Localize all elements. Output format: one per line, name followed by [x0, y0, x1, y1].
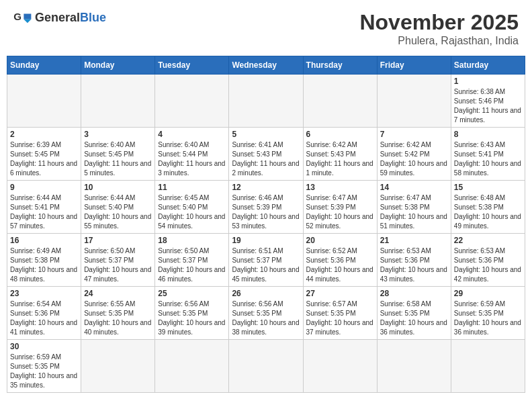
calendar-cell: 17Sunrise: 6:50 AM Sunset: 5:37 PM Dayli… — [81, 234, 155, 287]
day-number: 25 — [158, 289, 226, 298]
week-row-6: 30Sunrise: 6:59 AM Sunset: 5:35 PM Dayli… — [7, 340, 525, 393]
day-info: Sunrise: 6:43 AM Sunset: 5:41 PM Dayligh… — [454, 140, 522, 178]
weekday-header-thursday: Thursday — [303, 56, 377, 75]
calendar-cell — [7, 75, 81, 128]
day-number: 24 — [84, 289, 152, 298]
calendar-cell: 27Sunrise: 6:57 AM Sunset: 5:35 PM Dayli… — [303, 287, 377, 340]
day-number: 28 — [380, 289, 448, 298]
calendar-cell: 9Sunrise: 6:44 AM Sunset: 5:41 PM Daylig… — [7, 181, 81, 234]
calendar-cell: 25Sunrise: 6:56 AM Sunset: 5:35 PM Dayli… — [155, 287, 229, 340]
day-info: Sunrise: 6:39 AM Sunset: 5:45 PM Dayligh… — [10, 140, 78, 178]
calendar-cell: 30Sunrise: 6:59 AM Sunset: 5:35 PM Dayli… — [7, 340, 81, 393]
day-number: 13 — [306, 183, 374, 192]
calendar-cell — [81, 340, 155, 393]
logo: G GeneralBlue — [13, 10, 106, 25]
day-info: Sunrise: 6:58 AM Sunset: 5:35 PM Dayligh… — [380, 300, 448, 337]
day-number: 27 — [306, 289, 374, 298]
logo-text: GeneralBlue — [35, 11, 106, 25]
day-info: Sunrise: 6:40 AM Sunset: 5:44 PM Dayligh… — [158, 140, 226, 178]
calendar-cell: 11Sunrise: 6:45 AM Sunset: 5:40 PM Dayli… — [155, 181, 229, 234]
calendar-cell: 16Sunrise: 6:49 AM Sunset: 5:38 PM Dayli… — [7, 234, 81, 287]
week-row-4: 16Sunrise: 6:49 AM Sunset: 5:38 PM Dayli… — [7, 234, 525, 287]
calendar-cell — [451, 340, 525, 393]
calendar-cell: 12Sunrise: 6:46 AM Sunset: 5:39 PM Dayli… — [229, 181, 303, 234]
day-info: Sunrise: 6:50 AM Sunset: 5:37 PM Dayligh… — [84, 246, 152, 284]
day-number: 9 — [10, 183, 78, 192]
svg-marker-2 — [24, 19, 31, 24]
day-number: 14 — [380, 183, 448, 192]
week-row-5: 23Sunrise: 6:54 AM Sunset: 5:36 PM Dayli… — [7, 287, 525, 340]
calendar-cell: 10Sunrise: 6:44 AM Sunset: 5:40 PM Dayli… — [81, 181, 155, 234]
calendar-cell: 3Sunrise: 6:40 AM Sunset: 5:45 PM Daylig… — [81, 128, 155, 181]
day-info: Sunrise: 6:42 AM Sunset: 5:43 PM Dayligh… — [306, 140, 374, 178]
day-info: Sunrise: 6:50 AM Sunset: 5:37 PM Dayligh… — [158, 246, 226, 284]
day-number: 30 — [10, 342, 78, 351]
weekday-header-row: SundayMondayTuesdayWednesdayThursdayFrid… — [7, 56, 525, 75]
calendar-cell — [155, 340, 229, 393]
calendar-cell: 21Sunrise: 6:53 AM Sunset: 5:36 PM Dayli… — [377, 234, 451, 287]
weekday-header-monday: Monday — [81, 56, 155, 75]
day-number: 22 — [454, 236, 522, 245]
day-info: Sunrise: 6:42 AM Sunset: 5:42 PM Dayligh… — [380, 140, 448, 178]
weekday-header-sunday: Sunday — [7, 56, 81, 75]
day-info: Sunrise: 6:47 AM Sunset: 5:38 PM Dayligh… — [380, 193, 448, 231]
calendar-cell: 1Sunrise: 6:38 AM Sunset: 5:46 PM Daylig… — [451, 75, 525, 128]
calendar-cell: 13Sunrise: 6:47 AM Sunset: 5:39 PM Dayli… — [303, 181, 377, 234]
day-info: Sunrise: 6:53 AM Sunset: 5:36 PM Dayligh… — [454, 246, 522, 284]
day-number: 23 — [10, 289, 78, 298]
calendar-cell: 6Sunrise: 6:42 AM Sunset: 5:43 PM Daylig… — [303, 128, 377, 181]
page-header: G GeneralBlue November 2025 Phulera, Raj… — [7, 7, 525, 50]
calendar-cell — [377, 340, 451, 393]
calendar-cell — [377, 75, 451, 128]
calendar-cell — [81, 75, 155, 128]
day-info: Sunrise: 6:46 AM Sunset: 5:39 PM Dayligh… — [232, 193, 300, 231]
svg-text:G: G — [13, 11, 21, 22]
calendar-cell: 29Sunrise: 6:59 AM Sunset: 5:35 PM Dayli… — [451, 287, 525, 340]
day-number: 19 — [232, 236, 300, 245]
calendar-cell: 28Sunrise: 6:58 AM Sunset: 5:35 PM Dayli… — [377, 287, 451, 340]
day-info: Sunrise: 6:47 AM Sunset: 5:39 PM Dayligh… — [306, 193, 374, 231]
week-row-3: 9Sunrise: 6:44 AM Sunset: 5:41 PM Daylig… — [7, 181, 525, 234]
calendar-cell: 18Sunrise: 6:50 AM Sunset: 5:37 PM Dayli… — [155, 234, 229, 287]
day-number: 29 — [454, 289, 522, 298]
svg-marker-1 — [24, 14, 31, 19]
calendar-cell — [303, 75, 377, 128]
month-year: November 2025 — [359, 10, 519, 35]
day-number: 1 — [454, 77, 522, 86]
calendar-cell: 2Sunrise: 6:39 AM Sunset: 5:45 PM Daylig… — [7, 128, 81, 181]
day-info: Sunrise: 6:56 AM Sunset: 5:35 PM Dayligh… — [158, 300, 226, 337]
calendar-cell — [229, 340, 303, 393]
calendar-cell: 20Sunrise: 6:52 AM Sunset: 5:36 PM Dayli… — [303, 234, 377, 287]
calendar-cell: 5Sunrise: 6:41 AM Sunset: 5:43 PM Daylig… — [229, 128, 303, 181]
day-info: Sunrise: 6:45 AM Sunset: 5:40 PM Dayligh… — [158, 193, 226, 231]
day-info: Sunrise: 6:38 AM Sunset: 5:46 PM Dayligh… — [454, 87, 522, 125]
calendar-cell — [229, 75, 303, 128]
calendar-cell — [303, 340, 377, 393]
day-info: Sunrise: 6:51 AM Sunset: 5:37 PM Dayligh… — [232, 246, 300, 284]
weekday-header-tuesday: Tuesday — [155, 56, 229, 75]
logo-icon: G — [13, 10, 32, 25]
calendar-cell: 4Sunrise: 6:40 AM Sunset: 5:44 PM Daylig… — [155, 128, 229, 181]
title-block: November 2025 Phulera, Rajasthan, India — [359, 10, 519, 47]
day-number: 15 — [454, 183, 522, 192]
day-info: Sunrise: 6:53 AM Sunset: 5:36 PM Dayligh… — [380, 246, 448, 284]
calendar-cell: 15Sunrise: 6:48 AM Sunset: 5:38 PM Dayli… — [451, 181, 525, 234]
location: Phulera, Rajasthan, India — [359, 35, 519, 47]
week-row-2: 2Sunrise: 6:39 AM Sunset: 5:45 PM Daylig… — [7, 128, 525, 181]
day-number: 26 — [232, 289, 300, 298]
weekday-header-wednesday: Wednesday — [229, 56, 303, 75]
week-row-1: 1Sunrise: 6:38 AM Sunset: 5:46 PM Daylig… — [7, 75, 525, 128]
day-number: 4 — [158, 130, 226, 139]
calendar-cell: 23Sunrise: 6:54 AM Sunset: 5:36 PM Dayli… — [7, 287, 81, 340]
day-number: 16 — [10, 236, 78, 245]
day-number: 5 — [232, 130, 300, 139]
calendar-cell: 24Sunrise: 6:55 AM Sunset: 5:35 PM Dayli… — [81, 287, 155, 340]
day-info: Sunrise: 6:44 AM Sunset: 5:40 PM Dayligh… — [84, 193, 152, 231]
day-number: 3 — [84, 130, 152, 139]
day-number: 12 — [232, 183, 300, 192]
day-number: 8 — [454, 130, 522, 139]
day-info: Sunrise: 6:56 AM Sunset: 5:35 PM Dayligh… — [232, 300, 300, 337]
day-number: 11 — [158, 183, 226, 192]
day-info: Sunrise: 6:44 AM Sunset: 5:41 PM Dayligh… — [10, 193, 78, 231]
day-info: Sunrise: 6:48 AM Sunset: 5:38 PM Dayligh… — [454, 193, 522, 231]
